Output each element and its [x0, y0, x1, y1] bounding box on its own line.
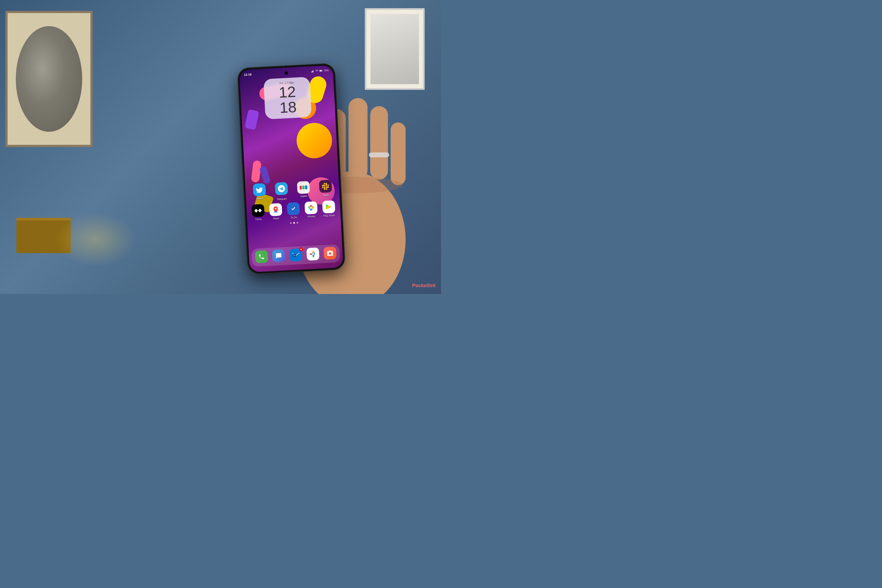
- status-time: 12:18: [244, 73, 252, 76]
- twitter-label: Twitter: [256, 197, 264, 200]
- playstore-icon-img: [322, 200, 335, 213]
- page-dot-2: [293, 222, 295, 224]
- svg-rect-4: [370, 106, 388, 180]
- photos-icon-img: [304, 201, 317, 214]
- wallet-icon-img: [297, 181, 310, 194]
- status-icons: 75%: [311, 69, 328, 72]
- svg-rect-12: [322, 70, 322, 71]
- chrome-circle-icon: [309, 250, 317, 258]
- maps-label: Maps: [273, 217, 279, 220]
- app-photos[interactable]: Photos: [302, 201, 320, 218]
- app-playstore[interactable]: Play Store: [320, 200, 338, 217]
- chat-bubble-icon: [275, 252, 282, 259]
- todo-label: To Do: [291, 216, 297, 219]
- phone-handset-icon: [258, 254, 265, 260]
- slack-label: Slack: [322, 194, 329, 196]
- page-dot-3: [297, 222, 298, 224]
- playstore-triangle-icon: [325, 203, 332, 210]
- svg-rect-8: [311, 72, 312, 73]
- app-telegram[interactable]: Telegram: [272, 182, 291, 201]
- tidal-wave-icon: [254, 208, 262, 213]
- phone-wrapper: 12:18 75% Fri, 17 Mar 12 18: [237, 63, 345, 274]
- telegram-plane-icon: [278, 185, 285, 192]
- tidal-label: TIDAL: [255, 218, 262, 221]
- hand-container: 12:18 75% Fri, 17 Mar 12 18: [229, 49, 419, 294]
- wifi-icon: [315, 69, 318, 72]
- telegram-icon-img: [274, 182, 288, 195]
- tidal-icon-img: [252, 204, 265, 217]
- slack-hash-icon: [321, 183, 329, 190]
- twitter-bird-icon: [256, 187, 263, 193]
- phone-screen[interactable]: 12:18 75% Fri, 17 Mar 12 18: [239, 65, 343, 273]
- wp-purple-shape: [245, 109, 260, 130]
- slack-icon-img: [319, 180, 332, 193]
- wallet-label: Wallet: [300, 195, 307, 198]
- dock-camera[interactable]: [321, 246, 339, 261]
- twitter-icon-img: [253, 183, 266, 196]
- wp-purple-cylinder: [259, 165, 271, 184]
- camera-shutter-icon: [326, 250, 334, 256]
- svg-rect-13: [320, 70, 321, 71]
- dock-outlook[interactable]: 18 O: [287, 248, 305, 263]
- messages-icon-img: [272, 249, 285, 262]
- wp-gold-circle: [296, 122, 333, 159]
- photos-flower-icon: [307, 204, 315, 212]
- svg-rect-6: [369, 153, 389, 158]
- svg-rect-3: [348, 98, 368, 180]
- camera-icon-img: [324, 247, 337, 260]
- page-dot-1: [290, 222, 291, 224]
- app-twitter[interactable]: Twitter: [250, 183, 268, 202]
- wall-art-left: [6, 11, 93, 147]
- app-row-2: TIDAL Maps: [249, 200, 338, 221]
- outlook-envelope-icon: O: [292, 252, 300, 258]
- battery-percentage: 75%: [324, 69, 329, 72]
- svg-rect-5: [391, 123, 406, 185]
- app-wallet[interactable]: Wallet: [294, 181, 312, 200]
- phone-icon-img: [255, 250, 268, 263]
- battery-icon: [320, 69, 322, 72]
- app-slack[interactable]: Slack: [316, 180, 334, 199]
- todo-check-icon: [290, 205, 297, 212]
- playstore-label: Play Store: [323, 214, 335, 217]
- clock-minute: 18: [269, 99, 308, 116]
- clock-hour: 12: [268, 84, 306, 101]
- dock-chrome[interactable]: [304, 248, 322, 262]
- svg-rect-9: [312, 71, 312, 72]
- telegram-label: Telegram: [277, 197, 287, 201]
- svg-rect-10: [313, 70, 314, 72]
- app-todo[interactable]: To Do: [285, 202, 303, 219]
- dock-phone[interactable]: [253, 250, 271, 265]
- outlook-icon-img: 18 O: [289, 248, 302, 261]
- todo-icon-img: [287, 202, 300, 215]
- dock-messages[interactable]: [270, 249, 288, 264]
- phone-body: 12:18 75% Fri, 17 Mar 12 18: [237, 63, 345, 274]
- svg-text:O: O: [294, 255, 295, 256]
- wp-pink-cylinder: [251, 160, 262, 183]
- app-grid: Twitter Telegram: [245, 179, 341, 224]
- light-glow: [54, 212, 136, 267]
- signal-icon: [311, 70, 314, 73]
- maps-pin-icon: [272, 206, 280, 213]
- app-maps[interactable]: Maps: [267, 203, 285, 220]
- photos-label: Photos: [308, 215, 315, 218]
- outlook-badge: 18: [299, 247, 303, 251]
- clock-widget[interactable]: Fri, 17 Mar 12 18: [264, 77, 312, 120]
- app-tidal[interactable]: TIDAL: [249, 204, 267, 221]
- chrome-icon-img: [306, 248, 320, 261]
- maps-icon-img: [269, 203, 282, 216]
